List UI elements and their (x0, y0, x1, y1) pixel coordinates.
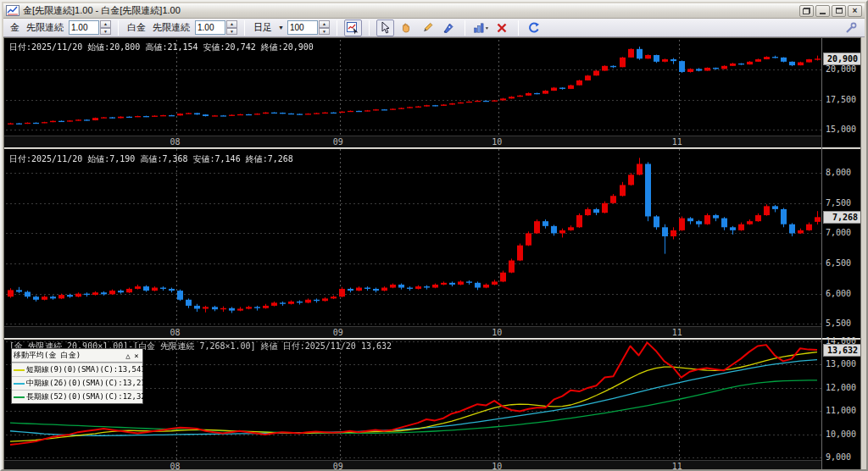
refresh-button[interactable] (526, 19, 543, 36)
y-axis-label: 6,000 (826, 289, 861, 298)
mid-ma-label: 中期線(26)(0)(SMA)(C):13,210 (26, 378, 150, 389)
gold-symbol-label: 金 (10, 21, 19, 34)
last-price-tag: 20,900 (823, 53, 861, 65)
y-axis-label: 13,000 (826, 359, 861, 368)
chart-cursor-button[interactable] (344, 19, 362, 36)
gold-x-axis-strip (4, 136, 821, 147)
hand-icon (399, 21, 413, 35)
spin-up-button[interactable]: ▲ (319, 20, 330, 28)
gold-chart-canvas[interactable] (6, 40, 821, 136)
chart-region: 日付:2025/11/20 始値:20,800 高値:21,154 安値:20,… (3, 37, 861, 471)
gold-chart-info: 日付:2025/11/20 始値:20,800 高値:21,154 安値:20,… (9, 42, 314, 53)
wrench-icon (844, 21, 858, 35)
x-axis-month-label: 08 (170, 328, 188, 337)
minimize-button[interactable] (815, 5, 830, 17)
y-axis-label: 8,000 (826, 168, 861, 177)
ma-legend: 移動平均(金 白金) △ × 短期線(9)(0)(SMA)(C):13,541 … (11, 348, 143, 404)
y-axis-label: 15,000 (826, 125, 861, 134)
x-axis-month-label: 10 (492, 137, 510, 147)
hand-tool-button[interactable] (398, 19, 415, 36)
select-arrow-icon (378, 21, 392, 35)
long-ma-swatch-icon (14, 396, 25, 398)
spin-up-button[interactable]: ▲ (226, 20, 237, 28)
y-axis-label: 7,000 (826, 228, 861, 237)
timeframe-dropdown-icon[interactable]: ▼ (278, 25, 284, 30)
x-axis-month-label: 09 (333, 462, 352, 471)
y-axis-label: 20,000 (826, 64, 861, 74)
toolbar-separator (518, 20, 519, 36)
ma-legend-close-button[interactable]: × (132, 352, 141, 360)
platinum-chart-info: 日付:2025/11/20 始値:7,190 高値:7,368 安値:7,146… (9, 153, 293, 165)
y-axis-label: 9,000 (826, 452, 861, 462)
platinum-series-label: 先限連続 (153, 21, 190, 34)
toolbar-separator (465, 20, 465, 36)
ma-legend-item: 短期線(9)(0)(SMA)(C):13,541 (12, 363, 142, 376)
short-ma-swatch-icon (14, 369, 25, 371)
platinum-chart-canvas[interactable] (6, 149, 821, 326)
y-axis-label: 7,500 (826, 198, 861, 208)
toolbar-separator (118, 20, 119, 36)
bar-count-spinbox: ▲▼ (287, 20, 330, 35)
bar-chart-icon (473, 21, 489, 35)
settings-wrench-button[interactable] (842, 19, 860, 36)
spin-down-button[interactable]: ▼ (226, 28, 237, 36)
chart-cursor-icon (346, 21, 359, 35)
bar-count-input[interactable] (287, 20, 318, 35)
ma-legend-item: 中期線(26)(0)(SMA)(C):13,210 (12, 376, 142, 390)
spin-down-button[interactable]: ▼ (319, 28, 330, 36)
x-axis-month-label: 11 (672, 462, 691, 471)
detach-window-icon (803, 8, 810, 14)
window-title: 金[先限連続]1.00 - 白金[先限連続]1.00 (23, 4, 799, 17)
maximize-icon (836, 8, 843, 14)
last-price-tag: 7,268 (823, 211, 861, 224)
chart-window: 金[先限連続]1.00 - 白金[先限連続]1.00 × 金 先限連続 ▲▼ 白… (0, 0, 868, 471)
minimize-icon (820, 13, 826, 14)
chart-type-button[interactable] (472, 19, 490, 36)
x-axis-month-label: 11 (672, 137, 691, 147)
y-axis-label: 11,000 (826, 406, 861, 415)
platinum-symbol-label: 白金 (127, 21, 146, 34)
line-chart-icon (6, 5, 19, 16)
spin-down-button[interactable]: ▼ (100, 28, 111, 36)
gold-series-label: 先限連続 (26, 21, 64, 34)
gold-multiplier-input[interactable] (69, 20, 99, 35)
refresh-icon (527, 21, 541, 35)
y-axis-label: 12,000 (826, 383, 861, 392)
spin-up-button[interactable]: ▲ (100, 20, 111, 28)
toolbar-separator (337, 20, 337, 36)
y-axis-label: 10,000 (826, 429, 861, 439)
x-axis-month-label: 09 (333, 137, 352, 147)
platinum-multiplier-input[interactable] (195, 20, 225, 35)
mid-ma-swatch-icon (14, 383, 25, 385)
maximize-button[interactable] (832, 5, 846, 17)
x-axis-month-label: 10 (492, 328, 510, 337)
y-axis-label: 17,500 (826, 95, 861, 104)
long-ma-label: 長期線(52)(0)(SMA)(C):12,329 (26, 391, 150, 402)
select-tool-button[interactable] (376, 19, 394, 36)
window-controls: × (799, 5, 862, 17)
axis-divider (821, 38, 822, 470)
x-axis-month-label: 10 (492, 462, 510, 471)
x-axis-month-label: 08 (170, 462, 188, 471)
short-ma-label: 短期線(9)(0)(SMA)(C):13,541 (26, 364, 146, 375)
detach-window-button[interactable] (799, 5, 814, 17)
platinum-multiplier-spinbox: ▲▼ (195, 20, 237, 35)
panel-splitter[interactable] (4, 338, 861, 340)
ma-legend-title: 移動平均(金 白金) (14, 350, 124, 361)
titlebar[interactable]: 金[先限連続]1.00 - 白金[先限連続]1.00 × (3, 3, 865, 19)
toolbar: 金 先限連続 ▲▼ 白金 先限連続 ▲▼ 日足 ▼ ▲▼ (3, 19, 865, 37)
y-axis-label: 6,500 (826, 258, 861, 268)
pen-icon (442, 21, 455, 35)
panel-splitter[interactable] (4, 147, 861, 149)
pencil-icon (420, 21, 434, 35)
pen-tool-button[interactable] (440, 19, 458, 36)
pencil-tool-button[interactable] (419, 19, 437, 36)
ma-legend-collapse-button[interactable]: △ (124, 352, 132, 360)
close-button[interactable]: × (848, 5, 862, 17)
platinum-x-axis-strip (4, 326, 821, 338)
delete-chart-icon (495, 21, 509, 35)
y-axis-label: 5,500 (826, 319, 861, 328)
toolbar-separator (369, 20, 370, 36)
delete-chart-button[interactable] (493, 19, 511, 36)
timeframe-label[interactable]: 日足 (253, 21, 272, 34)
